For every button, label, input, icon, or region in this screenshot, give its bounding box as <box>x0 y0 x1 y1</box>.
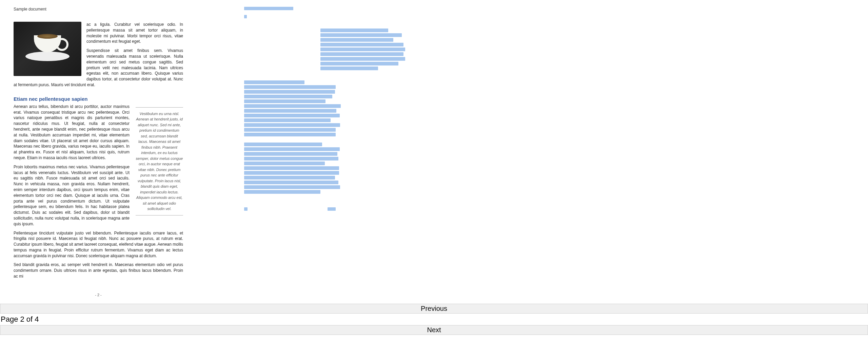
redacted-line <box>244 104 341 108</box>
redacted-line <box>244 143 322 146</box>
page-header: Sample document <box>14 7 183 12</box>
redacted-line <box>244 162 325 165</box>
redacted-line <box>244 114 340 117</box>
redacted-line <box>244 109 336 113</box>
page-indicator: Page 2 of 4 <box>0 314 868 325</box>
redacted-line <box>244 85 336 89</box>
redacted-line <box>244 95 332 98</box>
redacted-line <box>320 48 405 51</box>
redacted-line <box>244 80 304 84</box>
previous-button[interactable]: Previous <box>0 304 868 314</box>
redacted-block-right <box>320 29 403 70</box>
redacted-line <box>320 33 402 37</box>
redacted-footer-mark <box>244 207 248 211</box>
redacted-line <box>244 99 326 103</box>
redacted-line <box>320 43 403 46</box>
document-page-left: Sample document ac a ligula. Curabitur v… <box>14 7 183 297</box>
redacted-line <box>244 185 340 189</box>
redacted-line <box>320 38 393 42</box>
redacted-line <box>244 147 340 151</box>
redacted-line <box>320 57 405 61</box>
redacted-block-leftB <box>244 143 403 194</box>
redacted-line <box>244 176 335 180</box>
redacted-line <box>244 166 339 170</box>
redacted-page-num <box>328 207 336 211</box>
redacted-line <box>244 171 339 175</box>
redacted-line <box>244 190 320 194</box>
paragraph: Sed blandit gravida eros, ac semper veli… <box>14 262 183 279</box>
paragraph: Pellentesque tincidunt vulputate justo v… <box>14 230 183 259</box>
redacted-line <box>244 123 340 127</box>
document-page-right <box>244 7 403 297</box>
redacted-line <box>320 29 388 32</box>
redacted-line <box>320 62 398 65</box>
redacted-line <box>320 52 403 56</box>
redacted-line <box>244 133 336 136</box>
section-heading: Etiam nec pellentesque sapien <box>14 96 183 102</box>
redacted-line <box>244 118 331 122</box>
warning-pullquote: Vestibulum eu urna nisl. Aenean at hendr… <box>136 107 183 215</box>
redacted-header <box>244 7 293 10</box>
redacted-line <box>244 157 338 161</box>
redacted-line <box>244 90 335 94</box>
redacted-block-leftA <box>244 80 403 136</box>
next-button[interactable]: Next <box>0 325 868 335</box>
redacted-line <box>244 152 337 156</box>
espresso-photo <box>14 22 81 76</box>
redacted-line <box>320 67 378 70</box>
redacted-line <box>244 181 338 184</box>
redacted-line <box>244 128 336 132</box>
page-number: - 2 - <box>14 293 183 297</box>
redacted-line <box>244 15 247 18</box>
